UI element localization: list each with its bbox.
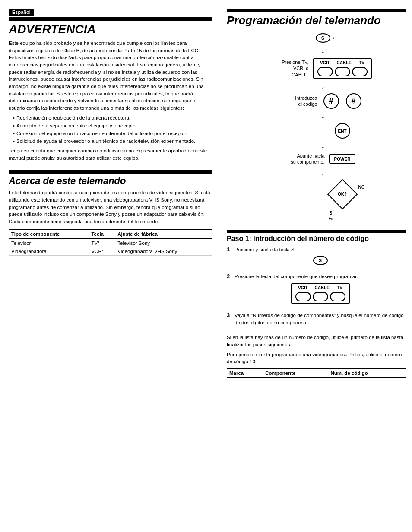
page: Español ADVERTENCIA Este equipo ha sido … [0,0,412,532]
cable-button[interactable] [335,67,350,76]
paso1-bar [227,230,406,233]
col-marca: Marca [227,368,263,378]
cable-btn-step2[interactable] [313,292,328,301]
no-label: NO [358,185,365,190]
programacion-heading: Programación del telemando [227,14,406,27]
table-row: Videograbadora VCR* Videograbadora VHS S… [9,247,212,255]
tipo-2: Videograbadora [9,247,89,255]
advertencia-bullets: Reorientación o reubicación de la antena… [9,114,212,145]
fin-label: Fin [329,216,335,221]
advertencia-para1: Este equipo ha sido probado y se ha enco… [9,40,212,112]
tv-btn-step2[interactable] [330,292,345,301]
hash-button-1[interactable]: # [323,93,339,109]
ok-label: OK? [338,192,347,196]
col-ajuste: Ajuste de fábrica [115,229,212,239]
vcr-label-top: VCR [320,60,329,65]
acerca-para1: Este telemando podrá controlar cualquier… [9,189,212,225]
tv-label-top: TV [359,60,364,65]
presione-label: Presione TV,VCR, oCABLE. [274,59,309,78]
tv-label-step2: TV [337,285,342,290]
espanol-badge: Español [9,9,34,16]
col-num: Núm. de código [328,368,406,378]
advertencia-para2: Tenga en cuenta que cualquier cambio o m… [9,147,212,162]
ajuste-1: Televisor Sony [115,239,212,247]
vcr-button[interactable] [317,67,333,76]
vcr-btn-step2[interactable] [295,292,311,301]
power-button[interactable]: POWER [329,154,356,164]
arrow-3: ↓ [321,111,325,120]
step-num-2: 2 [227,273,230,279]
advertencia-bar [9,17,212,21]
tv-button[interactable] [352,67,368,76]
step2-diagram: VCR CABLE TV [235,283,406,304]
component-table: Tipo de componente Tecla Ajuste de fábri… [9,229,212,256]
arrow-5: ↓ [321,168,325,177]
bullet-4: Solicitud de ayuda al proveedor o a un t… [9,138,212,145]
cable-label-step2: CABLE [314,285,329,290]
advertencia-heading: ADVERTENCIA [9,22,212,36]
arrow-1: ↓ [321,46,325,55]
programacion-diagram: S ← ↓ Presione TV,VCR, oCABLE. VCR CABLE… [240,33,406,221]
step-2: 2 Presione la tecla del componente que d… [227,273,406,307]
arrow-2: ↓ [321,82,325,91]
col-tipo: Tipo de componente [9,229,89,239]
step-1: 1 Presione y suelte la tecla S. S [227,246,406,268]
ent-button[interactable]: ENT [335,123,350,139]
apunte-label: Apunte haciasu componente. [290,153,325,165]
tecla-2: VCR* [89,247,115,255]
bullet-3: Conexión del equipo a un tomacorriente d… [9,130,212,137]
step2-text: Presione la tecla del componente que des… [235,273,406,280]
note1: Si en la lista hay más de un número de c… [227,334,406,348]
introduzca-label: Introduzcael código [283,95,317,108]
vcr-label-step2: VCR [298,285,307,290]
paso1-heading: Paso 1: Introducción del número de códig… [227,235,406,243]
bullet-2: Aumento de la separación entre el equipo… [9,122,212,129]
col-componente: Componente [263,368,328,378]
step-num-3: 3 [227,312,230,318]
ajuste-2: Videograbadora VHS Sony [115,247,212,255]
bullet-1: Reorientación o reubicación de la antena… [9,114,212,121]
cable-label-top: CABLE [336,60,351,65]
step1-text: Presione y suelte la tecla S. [235,246,406,253]
acerca-heading: Acerca de este telemando [9,175,212,187]
left-column: Español ADVERTENCIA Este equipo ha sido … [9,9,220,523]
col-tecla: Tecla [89,229,115,239]
right-column: Programación del telemando S ← ↓ Presion… [220,9,406,523]
step-num-1: 1 [227,246,230,253]
step1-diagram: S [235,256,406,265]
note2: Por ejemplo, si está programando una vid… [227,351,406,365]
tecla-1: TV* [89,239,115,247]
hash-button-2[interactable]: # [346,93,361,109]
code-table: Marca Componente Núm. de código [227,368,406,378]
s-button-step1: S [313,256,328,265]
tipo-1: Televisor [9,239,89,247]
table-row: Televisor TV* Televisor Sony [9,239,212,247]
arrow-4: ↓ [321,141,325,150]
step3-text: Vaya a "Números de código de componentes… [235,312,406,326]
si-label: SÍ [330,211,333,215]
acerca-bar [9,170,212,174]
step-3: 3 Vaya a "Números de código de component… [227,312,406,329]
s-button-top: S [316,33,330,43]
